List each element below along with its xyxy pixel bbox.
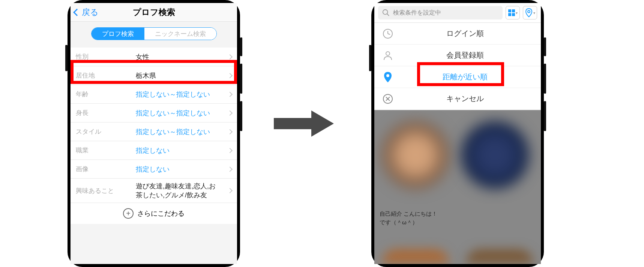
phone-screen-left: 戻る プロフ検索 プロフ検索 ニックネーム検索 性別 女性 居住地 栃木県 年齢… <box>71 3 237 264</box>
grid-view-button[interactable]: ▾ <box>506 6 520 19</box>
phone-side-button <box>544 37 546 56</box>
segment-control: プロフ検索 ニックネーム検索 <box>71 22 237 48</box>
plus-circle-icon: + <box>123 208 134 219</box>
row-label: 年齢 <box>76 90 136 98</box>
chevron-down-icon: ▾ <box>516 11 518 15</box>
nav-bar: 戻る プロフ検索 <box>71 3 237 22</box>
grid-icon <box>508 9 515 16</box>
profile-caption: 自己紹介 こんにちは！ です（＾ω＾） <box>380 210 437 227</box>
sort-option-login[interactable]: ログイン順 <box>374 23 541 45</box>
row-value: 指定しない～指定しない <box>136 109 228 118</box>
row-residence[interactable]: 居住地 栃木県 <box>71 66 237 85</box>
phone-frame-right: 検索条件を設定中 ▾ ▾ <box>371 0 544 267</box>
phone-side-button <box>544 64 546 94</box>
chevron-right-icon <box>227 54 233 59</box>
row-value: 栃木県 <box>136 71 228 80</box>
row-label: 画像 <box>76 165 136 173</box>
search-placeholder: 検索条件を設定中 <box>393 9 441 17</box>
chevron-right-icon <box>227 110 233 115</box>
chevron-right-icon <box>227 129 233 134</box>
chevron-down-icon: ▾ <box>533 11 535 15</box>
row-value: 女性 <box>136 52 228 61</box>
phone-side-button <box>240 101 242 131</box>
chevron-left-icon <box>73 9 81 16</box>
svg-line-1 <box>387 14 389 16</box>
blurred-results-background: 自己紹介 こんにちは！ です（＾ω＾） <box>374 110 541 264</box>
segment-profile-search[interactable]: プロフ検索 <box>92 28 144 40</box>
row-height[interactable]: 身長 指定しない～指定しない <box>71 104 237 122</box>
row-age[interactable]: 年齢 指定しない～指定しない <box>71 85 237 104</box>
row-style[interactable]: スタイル 指定しない～指定しない <box>71 122 237 141</box>
phone-side-button <box>240 37 242 56</box>
search-toolbar: 検索条件を設定中 ▾ ▾ <box>374 3 541 23</box>
svg-point-2 <box>528 10 530 13</box>
person-icon <box>382 50 393 61</box>
avatar <box>382 121 449 189</box>
row-value: 遊び友達,趣味友達,恋人,お茶したい,グルメ/飲み友 <box>136 182 228 200</box>
phone-frame-left: 戻る プロフ検索 プロフ検索 ニックネーム検索 性別 女性 居住地 栃木県 年齢… <box>68 0 240 267</box>
sort-label: 距離が近い順 <box>395 72 535 82</box>
chevron-right-icon <box>227 166 233 172</box>
row-interests[interactable]: 興味あること 遊び友達,趣味友達,恋人,お茶したい,グルメ/飲み友 <box>71 179 237 203</box>
search-icon <box>382 9 390 17</box>
svg-point-7 <box>386 74 389 77</box>
chevron-right-icon <box>227 73 233 78</box>
row-label: 性別 <box>76 52 136 61</box>
more-filters-label: さらにこだわる <box>137 209 185 218</box>
sort-label: キャンセル <box>395 94 535 104</box>
row-label: 身長 <box>76 109 136 117</box>
row-label: 興味あること <box>76 186 136 195</box>
row-label: 居住地 <box>76 71 136 80</box>
row-value: 指定しない <box>136 146 228 155</box>
avatar <box>461 121 529 189</box>
segment-nickname-search[interactable]: ニックネーム検索 <box>144 28 216 40</box>
chevron-right-icon <box>227 148 233 153</box>
sort-cancel[interactable]: キャンセル <box>374 88 541 110</box>
search-input[interactable]: 検索条件を設定中 <box>378 6 503 19</box>
back-button[interactable]: 戻る <box>71 7 102 18</box>
row-label: スタイル <box>76 127 136 136</box>
svg-point-0 <box>383 10 388 15</box>
map-pin-filled-icon <box>383 72 393 83</box>
arrow-right-icon <box>270 109 338 139</box>
row-value: 指定しない～指定しない <box>136 127 228 136</box>
clock-icon <box>382 28 393 39</box>
avatar <box>466 249 533 264</box>
map-pin-icon <box>525 8 533 17</box>
phone-screen-right: 検索条件を設定中 ▾ ▾ <box>374 3 541 264</box>
row-gender[interactable]: 性別 女性 <box>71 48 237 66</box>
back-label: 戻る <box>82 7 99 18</box>
svg-point-6 <box>386 52 390 55</box>
row-value: 指定しない <box>136 165 228 174</box>
phone-side-button <box>240 64 242 94</box>
row-occupation[interactable]: 職業 指定しない <box>71 141 237 160</box>
svg-line-5 <box>388 34 390 34</box>
chevron-right-icon <box>227 188 233 193</box>
row-value: 指定しない～指定しない <box>136 90 228 99</box>
more-filters-button[interactable]: + さらにこだわる <box>71 203 237 224</box>
sort-option-register[interactable]: 会員登録順 <box>374 45 541 66</box>
sort-option-distance[interactable]: 距離が近い順 <box>374 66 541 88</box>
phone-side-button <box>369 45 371 71</box>
chevron-right-icon <box>227 91 233 97</box>
location-button[interactable]: ▾ <box>523 6 537 19</box>
sort-label: ログイン順 <box>395 28 535 39</box>
phone-side-button <box>65 45 68 71</box>
sort-label: 会員登録順 <box>395 50 535 60</box>
close-icon <box>383 94 393 104</box>
row-label: 職業 <box>76 146 136 155</box>
phone-side-button <box>544 101 546 131</box>
row-image[interactable]: 画像 指定しない <box>71 160 237 179</box>
avatar <box>382 249 449 264</box>
